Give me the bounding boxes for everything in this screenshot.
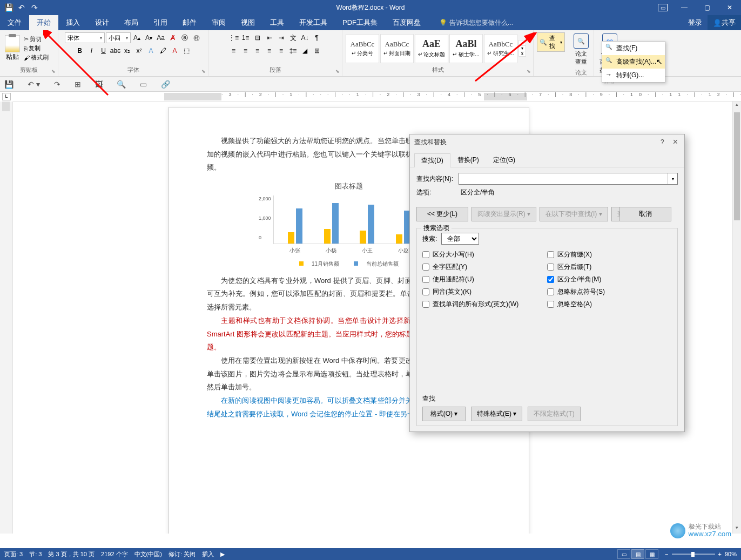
status-page[interactable]: 页面: 3 — [4, 550, 23, 558]
help-icon[interactable]: ? — [661, 138, 664, 146]
shrink-font-icon[interactable]: A▾ — [144, 32, 154, 43]
multilevel-icon[interactable]: ⊟ — [252, 32, 263, 43]
char-border-icon[interactable]: ⬚ — [181, 45, 192, 56]
checkbox-space[interactable]: 忽略空格(A) — [547, 300, 672, 309]
tell-me-search[interactable]: 💡告诉我您想要做什么... — [439, 15, 513, 30]
status-macro-icon[interactable]: ▶ — [220, 551, 225, 558]
menu-goto[interactable]: 转到(G)... — [602, 69, 665, 82]
checkbox-sounds[interactable]: 同音(英文)(K) — [422, 287, 547, 296]
font-color-icon[interactable]: A — [170, 45, 180, 56]
align-center-icon[interactable]: ≡ — [240, 45, 251, 56]
tab-layout[interactable]: 布局 — [117, 15, 146, 30]
ruler-horizontal[interactable]: ·3·|·2·|·1·|···|··1·|·2·|·3·|·4·|·5·|·6·… — [13, 92, 741, 102]
text-direction-icon[interactable]: 文 — [288, 32, 299, 43]
checkbox-wildcard[interactable]: 使用通配符(U) — [422, 275, 547, 284]
ribbon-display-icon[interactable]: ▭ — [658, 4, 668, 11]
show-marks-icon[interactable]: ¶ — [312, 32, 322, 43]
zoom-slider[interactable] — [672, 554, 715, 555]
checkbox-punct[interactable]: 忽略标点符号(S) — [547, 287, 672, 296]
find-in-button[interactable]: 在以下项中查找(I) ▾ — [540, 207, 608, 221]
scroll-down-icon[interactable]: ▾ — [733, 525, 741, 534]
no-format-button[interactable]: 不限定格式(T) — [528, 407, 580, 421]
grow-font-icon[interactable]: A▴ — [132, 32, 143, 43]
checkbox-suffix[interactable]: 区分后缀(T) — [547, 262, 672, 272]
tab-find[interactable]: 查找(D) — [414, 153, 450, 167]
search-direction-select[interactable]: 全部 — [441, 233, 479, 245]
print-layout-icon[interactable]: ▤ — [631, 549, 644, 559]
shading-icon[interactable]: ◢ — [300, 45, 311, 56]
find-what-input[interactable]: ▾ — [459, 173, 678, 185]
scroll-up-icon[interactable]: ▴ — [733, 102, 741, 110]
close-icon[interactable]: ✕ — [718, 0, 741, 15]
change-case-icon[interactable]: Aa — [156, 32, 166, 43]
chevron-down-icon[interactable]: ▾ — [668, 173, 677, 184]
undo-icon[interactable]: ↶ — [17, 3, 26, 12]
increase-indent-icon[interactable]: ⇥ — [276, 32, 287, 43]
menu-advanced-find[interactable]: 高级查找(A)...↖ — [602, 55, 665, 69]
tab-insert[interactable]: 插入 — [58, 15, 87, 30]
strike-icon[interactable]: abc — [110, 45, 121, 56]
phonetic-icon[interactable]: ⓐ — [179, 32, 190, 43]
minimize-icon[interactable]: — — [673, 0, 696, 15]
tab-file[interactable]: 文件 — [0, 15, 29, 30]
font-size-combo[interactable]: 小四▾ — [106, 32, 131, 43]
copy-button[interactable]: ⎘复制 — [24, 44, 49, 52]
zoom-in-icon[interactable]: + — [718, 551, 722, 557]
tab-developer[interactable]: 开发工具 — [292, 15, 335, 30]
style-item[interactable]: AaE↵ 论文标题 — [415, 34, 448, 63]
web-layout-icon[interactable]: ▦ — [645, 549, 658, 559]
special-button[interactable]: 特殊格式(E) ▾ — [471, 407, 522, 421]
italic-icon[interactable]: I — [86, 45, 97, 56]
enclose-icon[interactable]: ㊕ — [191, 32, 202, 43]
tab-references[interactable]: 引用 — [146, 15, 175, 30]
status-section[interactable]: 节: 3 — [29, 550, 42, 558]
find-button[interactable]: 🔍查找▾ — [537, 32, 565, 52]
bold-icon[interactable]: B — [75, 45, 85, 56]
status-lang[interactable]: 中文(中国) — [134, 550, 162, 558]
link-icon[interactable]: 🔗 — [161, 80, 170, 89]
status-track[interactable]: 修订: 关闭 — [169, 550, 196, 558]
redo-icon[interactable]: ↷ — [54, 80, 60, 89]
paste-button[interactable]: 粘贴 — [2, 33, 23, 64]
tab-baidu[interactable]: 百度网盘 — [385, 15, 428, 30]
bullets-icon[interactable]: ⋮≡ — [228, 32, 239, 43]
tab-home[interactable]: 开始 — [29, 15, 58, 30]
decrease-indent-icon[interactable]: ⇤ — [264, 32, 275, 43]
styles-scroll[interactable]: ▴▾⊻ — [518, 40, 526, 57]
style-item[interactable]: AaBl↵ 硕士学... — [449, 34, 483, 63]
dialog-launcher-icon[interactable]: ⬊ — [201, 69, 206, 74]
ruler-corner[interactable]: L — [2, 93, 11, 100]
cancel-button[interactable]: 取消 — [619, 207, 671, 221]
checkbox-whole[interactable]: 全字匹配(Y) — [422, 262, 547, 272]
tab-replace[interactable]: 替换(P) — [450, 153, 486, 167]
menu-find[interactable]: 查找(F) — [602, 42, 665, 55]
tab-pdf[interactable]: PDF工具集 — [335, 15, 385, 30]
table-icon[interactable]: ⊞ — [75, 80, 81, 89]
status-page-of[interactable]: 第 3 页，共 10 页 — [48, 550, 95, 558]
borders-icon[interactable]: ⊞ — [312, 45, 322, 56]
numbering-icon[interactable]: 1≡ — [240, 32, 251, 43]
format-painter-button[interactable]: 🖌格式刷 — [24, 53, 49, 62]
subscript-icon[interactable]: x₂ — [122, 45, 133, 56]
format-button[interactable]: 格式(O) ▾ — [422, 407, 466, 421]
tab-view[interactable]: 视图 — [233, 15, 262, 30]
dialog-launcher-icon[interactable]: ⬊ — [527, 69, 531, 74]
checkbox-case[interactable]: 区分大小写(H) — [422, 250, 547, 259]
underline-icon[interactable]: U — [98, 45, 109, 56]
close-icon[interactable]: × — [671, 137, 680, 147]
chart[interactable]: 图表标题 2,0001,0000 小张小杨小王小赵 11月销售额 当前总销售额 — [273, 180, 425, 269]
line-spacing-icon[interactable]: ‡≡ — [288, 45, 299, 56]
ruler-vertical[interactable] — [0, 102, 13, 534]
layout-icon[interactable]: ▭ — [140, 80, 147, 89]
status-words[interactable]: 2192 个字 — [101, 550, 128, 558]
sort-icon[interactable]: A↓ — [300, 32, 311, 43]
distribute-icon[interactable]: ≡ — [276, 45, 287, 56]
tab-design[interactable]: 设计 — [87, 15, 117, 30]
tab-mailings[interactable]: 邮件 — [175, 15, 204, 30]
redo-icon[interactable]: ↷ — [30, 3, 39, 12]
style-item[interactable]: AaBbCc↵ 研究生... — [484, 34, 517, 63]
font-name-combo[interactable]: 宋体▾ — [65, 32, 105, 43]
pic-icon[interactable]: 🖼 — [95, 80, 103, 89]
save-icon[interactable]: 💾 — [4, 3, 13, 12]
zoom-value[interactable]: 90% — [725, 551, 737, 557]
